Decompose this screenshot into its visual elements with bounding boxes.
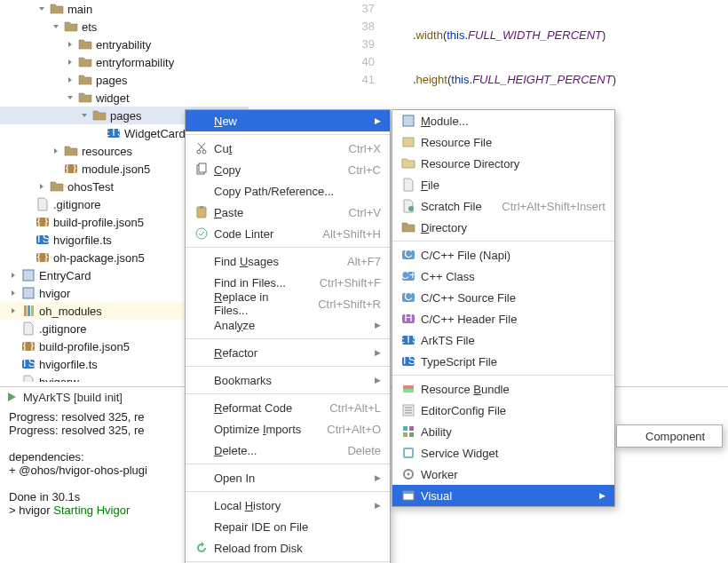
svg-rect-12 bbox=[24, 305, 27, 316]
svg-text:C: C bbox=[404, 290, 412, 303]
menu-item-c-c-header-file[interactable]: HC/C++ Header File bbox=[392, 308, 614, 329]
menu-item-label: Worker bbox=[421, 468, 605, 481]
menu-item-label: Find in Files... bbox=[214, 276, 302, 289]
menu-item-label: Bookmarks bbox=[214, 374, 364, 387]
menu-item-worker[interactable]: Worker bbox=[392, 464, 614, 485]
menu-item-refactor[interactable]: Refactor▶ bbox=[186, 342, 390, 363]
menu-item-label: Resource File bbox=[421, 136, 605, 149]
menu-item-delete[interactable]: Delete...Delete bbox=[186, 440, 390, 461]
tree-label: widget bbox=[96, 91, 130, 105]
menu-item-repair-ide-on-file[interactable]: Repair IDE on File bbox=[186, 516, 390, 537]
expand-icon[interactable] bbox=[92, 127, 105, 139]
expand-icon[interactable] bbox=[7, 322, 20, 335]
expand-icon[interactable] bbox=[50, 20, 62, 33]
tree-row[interactable]: main bbox=[0, 0, 249, 18]
new-submenu[interactable]: Module...Resource FileResource Directory… bbox=[392, 109, 615, 507]
tree-label: entryability bbox=[96, 38, 151, 52]
menu-separator bbox=[186, 464, 390, 464]
menu-item-arkts-file[interactable]: ETSArkTS File bbox=[392, 329, 614, 351]
cclass-icon: C+ bbox=[401, 269, 415, 283]
expand-icon[interactable] bbox=[7, 376, 20, 382]
menu-item-label: Reload from Disk bbox=[214, 542, 381, 555]
menu-item-bookmarks[interactable]: Bookmarks▶ bbox=[186, 369, 390, 391]
cfile-icon: C bbox=[401, 248, 415, 262]
context-menu[interactable]: New▶CutCtrl+XCopyCtrl+CCopy Path/Referen… bbox=[185, 109, 391, 563]
menu-item-component[interactable]: Component bbox=[617, 425, 722, 447]
expand-icon[interactable] bbox=[21, 198, 34, 210]
ts-icon: TS bbox=[36, 233, 50, 247]
menu-item-c-class[interactable]: C+C++ Class bbox=[392, 266, 614, 287]
menu-item-label: EditorConfig File bbox=[421, 404, 605, 417]
expand-icon[interactable] bbox=[7, 269, 20, 282]
tree-row[interactable]: entryformability bbox=[0, 53, 249, 71]
tree-label: build-profile.json5 bbox=[39, 340, 130, 353]
menu-item-local-history[interactable]: Local History▶ bbox=[186, 495, 390, 516]
expand-icon[interactable] bbox=[7, 287, 20, 299]
expand-icon[interactable] bbox=[36, 3, 48, 15]
menu-item-replace-in-files[interactable]: Replace in Files...Ctrl+Shift+R bbox=[186, 293, 390, 314]
menu-item-directory[interactable]: Directory bbox=[392, 217, 614, 238]
svg-rect-25 bbox=[200, 206, 203, 209]
tree-row[interactable]: widget bbox=[0, 89, 249, 107]
expand-icon[interactable] bbox=[50, 163, 62, 175]
tree-row[interactable]: entryability bbox=[0, 36, 249, 53]
menu-shortcut: Ctrl+Shift+F bbox=[320, 276, 381, 289]
menu-shortcut: Ctrl+Alt+O bbox=[327, 423, 381, 436]
menu-item-resource-bundle[interactable]: Resource Bundle bbox=[392, 378, 614, 400]
menu-item-analyze[interactable]: Analyze▶ bbox=[186, 314, 390, 336]
svg-rect-11 bbox=[23, 288, 34, 298]
menu-item-optimize-imports[interactable]: Optimize ImportsCtrl+Alt+O bbox=[186, 418, 390, 440]
submenu-arrow-icon: ▶ bbox=[375, 501, 381, 510]
expand-icon[interactable] bbox=[78, 109, 91, 122]
menu-item-copy-path-reference[interactable]: Copy Path/Reference... bbox=[186, 180, 390, 202]
expand-icon[interactable] bbox=[64, 91, 76, 104]
menu-item-cut[interactable]: CutCtrl+X bbox=[186, 138, 390, 159]
expand-icon[interactable] bbox=[7, 340, 20, 353]
module-icon bbox=[21, 286, 36, 300]
expand-icon[interactable] bbox=[64, 74, 76, 86]
menu-item-label: Component bbox=[645, 430, 713, 443]
svg-text:TS: TS bbox=[401, 354, 415, 367]
menu-item-label: Service Widget bbox=[421, 447, 605, 460]
ets-icon: ETS bbox=[107, 126, 121, 140]
file-icon bbox=[36, 197, 50, 211]
expand-icon[interactable] bbox=[21, 251, 34, 264]
menu-item-paste[interactable]: PasteCtrl+V bbox=[186, 202, 390, 223]
menu-item-code-linter[interactable]: Code LinterAlt+Shift+H bbox=[186, 223, 390, 244]
expand-icon[interactable] bbox=[50, 145, 62, 157]
menu-item-c-c-file-napi[interactable]: CC/C++ File (Napi) bbox=[392, 244, 614, 266]
expand-icon[interactable] bbox=[7, 305, 20, 317]
blank-icon bbox=[194, 275, 209, 289]
menu-item-find-usages[interactable]: Find UsagesAlt+F7 bbox=[186, 250, 390, 272]
menu-item-scratch-file[interactable]: Scratch FileCtrl+Alt+Shift+Insert bbox=[392, 195, 614, 217]
expand-icon[interactable] bbox=[64, 56, 76, 68]
menu-shortcut: Delete bbox=[347, 444, 381, 457]
file-icon bbox=[21, 375, 36, 382]
tree-row[interactable]: ets bbox=[0, 18, 249, 36]
tree-row[interactable]: pages bbox=[0, 71, 249, 89]
expand-icon[interactable] bbox=[36, 180, 48, 193]
expand-icon[interactable] bbox=[64, 38, 76, 51]
menu-item-typescript-file[interactable]: TSTypeScript File bbox=[392, 351, 614, 372]
menu-item-reload-from-disk[interactable]: Reload from Disk bbox=[186, 537, 390, 559]
tree-label: hvigorw bbox=[39, 376, 79, 383]
expand-icon[interactable] bbox=[21, 216, 34, 228]
widget-icon bbox=[401, 446, 415, 460]
menu-item-editorconfig-file[interactable]: EditorConfig File bbox=[392, 400, 614, 421]
menu-item-open-in[interactable]: Open In▶ bbox=[186, 467, 390, 488]
menu-item-resource-directory[interactable]: Resource Directory bbox=[392, 153, 614, 174]
visual-submenu[interactable]: Component bbox=[616, 424, 723, 448]
menu-item-module[interactable]: Module... bbox=[392, 110, 614, 131]
menu-item-new[interactable]: New▶ bbox=[186, 110, 390, 131]
menu-item-visual[interactable]: Visual▶ bbox=[392, 485, 614, 506]
menu-item-copy[interactable]: CopyCtrl+C bbox=[186, 159, 390, 180]
menu-item-resource-file[interactable]: Resource File bbox=[392, 131, 614, 153]
menu-item-service-widget[interactable]: Service Widget bbox=[392, 442, 614, 464]
expand-icon[interactable] bbox=[21, 234, 34, 246]
menu-item-file[interactable]: File bbox=[392, 174, 614, 195]
menu-item-ability[interactable]: Ability bbox=[392, 421, 614, 442]
menu-item-reformat-code[interactable]: Reformat CodeCtrl+Alt+L bbox=[186, 397, 390, 418]
menu-item-c-c-source-file[interactable]: CC/C++ Source File bbox=[392, 287, 614, 308]
expand-icon[interactable] bbox=[7, 358, 20, 370]
menu-separator bbox=[392, 375, 614, 376]
